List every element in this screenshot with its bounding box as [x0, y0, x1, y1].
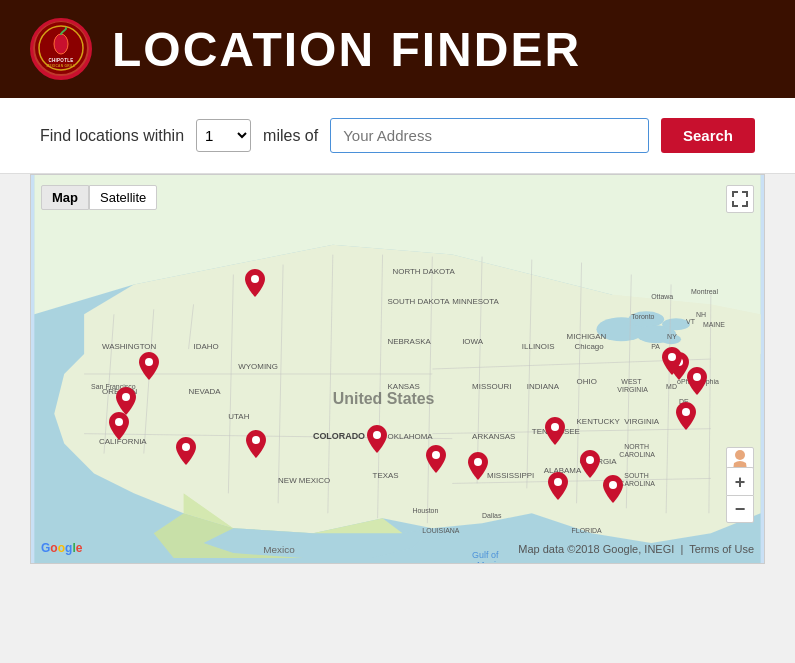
svg-point-94	[122, 393, 130, 401]
svg-text:NY: NY	[667, 333, 677, 340]
svg-text:ARKANSAS: ARKANSAS	[472, 432, 515, 441]
svg-text:Toronto: Toronto	[631, 313, 654, 320]
svg-text:VIRGINIA: VIRGINIA	[624, 417, 660, 426]
svg-text:KENTUCKY: KENTUCKY	[577, 417, 621, 426]
svg-text:SOUTH: SOUTH	[624, 472, 648, 479]
svg-point-99	[432, 451, 440, 459]
svg-point-95	[115, 418, 123, 426]
chipotle-logo: CHIPOTLE MEXICAN GRILL	[30, 18, 92, 80]
svg-text:NEVADA: NEVADA	[189, 387, 222, 396]
map-marker[interactable]	[548, 472, 568, 500]
svg-text:OHIO: OHIO	[577, 377, 597, 386]
svg-point-97	[252, 436, 260, 444]
svg-text:Ottawa: Ottawa	[651, 293, 673, 300]
svg-text:UTAH: UTAH	[228, 412, 249, 421]
map-marker[interactable]	[176, 437, 196, 465]
svg-text:OKLAHOMA: OKLAHOMA	[388, 432, 434, 441]
svg-point-103	[554, 478, 562, 486]
map-type-satellite-button[interactable]: Satellite	[89, 185, 157, 210]
svg-text:CHIPOTLE: CHIPOTLE	[48, 58, 73, 63]
svg-point-92	[251, 275, 259, 283]
page-title: LOCATION FINDER	[112, 22, 581, 77]
svg-text:WEST: WEST	[621, 378, 642, 385]
zoom-in-button[interactable]: +	[726, 467, 754, 495]
svg-point-108	[668, 353, 676, 361]
map-attribution: Map data ©2018 Google, INEGI | Terms of …	[518, 543, 754, 555]
map-marker[interactable]	[662, 347, 682, 375]
svg-text:Mexico: Mexico	[263, 544, 295, 555]
svg-point-107	[682, 408, 690, 416]
svg-point-100	[474, 458, 482, 466]
svg-text:ILLINOIS: ILLINOIS	[522, 342, 555, 351]
header: CHIPOTLE MEXICAN GRILL LOCATION FINDER	[0, 0, 795, 98]
google-logo: Google	[41, 541, 82, 555]
map-marker[interactable]	[367, 425, 387, 453]
svg-text:CAROLINA: CAROLINA	[619, 480, 655, 487]
svg-text:CAROLINA: CAROLINA	[619, 451, 655, 458]
map-marker[interactable]	[545, 417, 565, 445]
svg-point-104	[609, 481, 617, 489]
svg-text:NEBRASKA: NEBRASKA	[388, 337, 432, 346]
svg-text:MISSOURI: MISSOURI	[472, 382, 511, 391]
svg-point-93	[145, 358, 153, 366]
map-marker[interactable]	[580, 450, 600, 478]
map-marker[interactable]	[603, 475, 623, 503]
svg-text:IDAHO: IDAHO	[194, 342, 219, 351]
search-bar: Find locations within 15102550 miles of …	[0, 98, 795, 174]
svg-text:INDIANA: INDIANA	[527, 382, 560, 391]
map-marker[interactable]	[245, 269, 265, 297]
map-type-controls[interactable]: Map Satellite	[41, 185, 157, 210]
svg-text:Dallas: Dallas	[482, 512, 502, 519]
svg-point-102	[586, 456, 594, 464]
svg-text:IOWA: IOWA	[462, 337, 484, 346]
miles-select[interactable]: 15102550	[196, 119, 251, 152]
svg-text:MISSISSIPPI: MISSISSIPPI	[487, 471, 534, 480]
svg-text:NEW MEXICO: NEW MEXICO	[278, 476, 330, 485]
svg-point-91	[735, 450, 745, 460]
map-marker[interactable]	[676, 402, 696, 430]
svg-point-101	[551, 423, 559, 431]
svg-text:VT: VT	[686, 318, 696, 325]
svg-text:TEXAS: TEXAS	[373, 471, 399, 480]
svg-text:MAINE: MAINE	[703, 321, 725, 328]
zoom-controls[interactable]: + −	[726, 467, 754, 523]
svg-text:MD: MD	[666, 383, 677, 390]
svg-text:WASHINGTON: WASHINGTON	[102, 342, 157, 351]
svg-text:FLORIDA: FLORIDA	[572, 527, 602, 534]
map-container[interactable]: WASHINGTON OREGON CALIFORNIA IDAHO NEVAD…	[30, 174, 765, 564]
map-marker[interactable]	[246, 430, 266, 458]
svg-text:WYOMING: WYOMING	[238, 362, 278, 371]
svg-text:Montreal: Montreal	[691, 288, 719, 295]
svg-text:United States: United States	[333, 390, 435, 407]
terms-of-use-link[interactable]: Terms of Use	[689, 543, 754, 555]
svg-text:LOUISIANA: LOUISIANA	[422, 527, 459, 534]
svg-text:Chicago: Chicago	[575, 342, 605, 351]
svg-text:COLORADO: COLORADO	[313, 431, 365, 441]
map-marker[interactable]	[468, 452, 488, 480]
svg-text:MINNESOTA: MINNESOTA	[452, 297, 499, 306]
svg-point-106	[693, 373, 701, 381]
svg-text:MICHIGAN: MICHIGAN	[567, 332, 607, 341]
map-marker[interactable]	[109, 412, 129, 440]
svg-point-2	[54, 34, 68, 54]
svg-text:SOUTH DAKOTA: SOUTH DAKOTA	[388, 297, 451, 306]
svg-text:NORTH: NORTH	[624, 443, 649, 450]
svg-point-98	[373, 431, 381, 439]
svg-text:PA: PA	[651, 343, 660, 350]
miles-of-label: miles of	[263, 127, 318, 145]
map-type-map-button[interactable]: Map	[41, 185, 89, 210]
svg-text:Mexico: Mexico	[477, 560, 505, 563]
svg-text:Gulf of: Gulf of	[472, 550, 499, 560]
search-button[interactable]: Search	[661, 118, 755, 153]
fullscreen-button[interactable]	[726, 185, 754, 213]
map-marker[interactable]	[139, 352, 159, 380]
address-input[interactable]	[330, 118, 649, 153]
zoom-out-button[interactable]: −	[726, 495, 754, 523]
search-label: Find locations within	[40, 127, 184, 145]
svg-text:MEXICAN GRILL: MEXICAN GRILL	[46, 64, 75, 68]
map-marker[interactable]	[116, 387, 136, 415]
svg-text:VIRGINIA: VIRGINIA	[617, 386, 648, 393]
map-marker[interactable]	[687, 367, 707, 395]
map-marker[interactable]	[426, 445, 446, 473]
svg-text:NH: NH	[696, 311, 706, 318]
